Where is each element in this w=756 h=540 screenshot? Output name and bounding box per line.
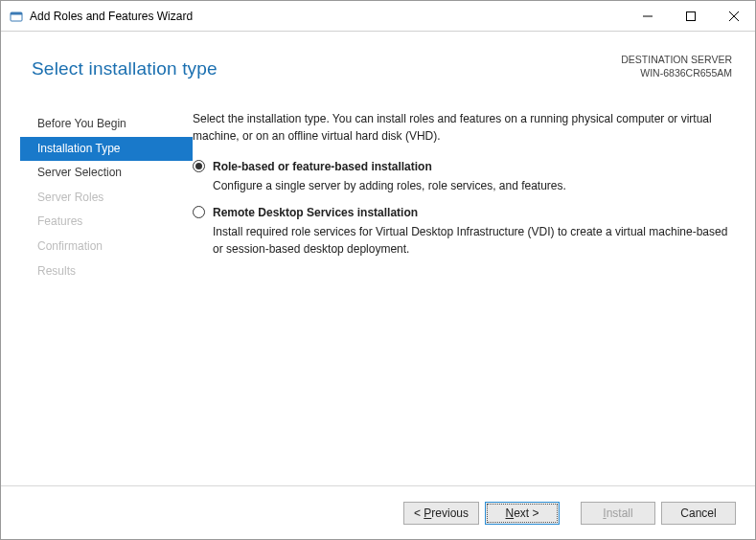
radio-option-role-based[interactable]: Role-based or feature-based installation [193,158,732,175]
destination-value: WIN-6836CR655AM [621,66,732,79]
radio-option-remote-desktop[interactable]: Remote Desktop Services installation [193,204,732,221]
next-button[interactable]: Next > [485,502,560,525]
sidebar-item-server-roles: Server Roles [20,186,193,211]
sidebar-item-features: Features [20,210,193,235]
sidebar-item-confirmation: Confirmation [20,235,193,259]
radio-label: Remote Desktop Services installation [213,204,418,221]
sidebar-item-installation-type[interactable]: Installation Type [20,137,193,162]
radio-icon [193,206,205,218]
radio-desc-role-based: Configure a single server by adding role… [213,177,732,194]
destination-label: DESTINATION SERVER [621,53,732,66]
svg-rect-3 [686,11,695,20]
radio-label: Role-based or feature-based installation [213,158,432,175]
radio-desc-remote-desktop: Install required role services for Virtu… [213,223,732,258]
window-controls [626,1,755,31]
svg-rect-1 [11,12,22,15]
destination-server-block: DESTINATION SERVER WIN-6836CR655AM [621,53,732,79]
main-panel: Select the installation type. You can in… [193,110,755,485]
sidebar-item-server-selection[interactable]: Server Selection [20,161,193,186]
header: Select installation type DESTINATION SER… [1,32,755,110]
app-icon [9,9,24,24]
wizard-sidebar: Before You Begin Installation Type Serve… [1,110,193,485]
radio-icon [193,160,205,172]
wizard-footer: < Previous Next > Install Cancel [1,485,755,539]
maximize-button[interactable] [669,1,712,31]
previous-button[interactable]: < Previous [403,502,479,525]
sidebar-item-before-you-begin[interactable]: Before You Begin [20,112,193,137]
window-title: Add Roles and Features Wizard [30,10,626,23]
content-area: Before You Begin Installation Type Serve… [1,110,755,485]
install-button: Install [581,502,655,525]
close-button[interactable] [712,1,755,31]
window-titlebar: Add Roles and Features Wizard [1,1,755,32]
sidebar-item-results: Results [20,259,193,284]
minimize-button[interactable] [626,1,669,31]
cancel-button[interactable]: Cancel [661,502,736,525]
intro-text: Select the installation type. You can in… [193,110,732,145]
